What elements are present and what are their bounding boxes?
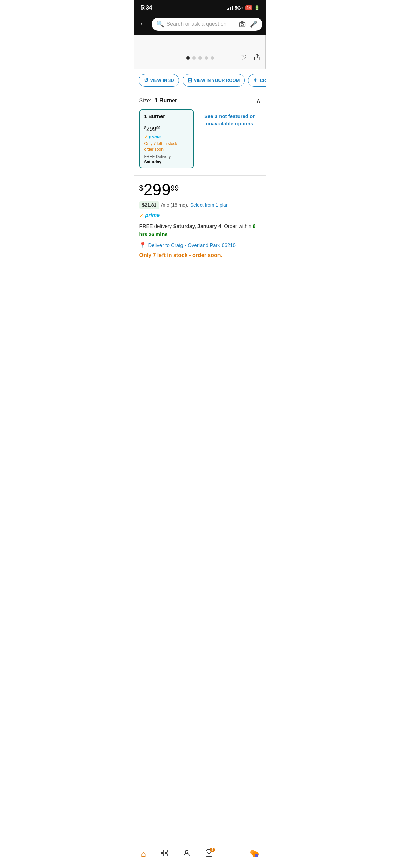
location-icon: 📍 <box>139 242 146 248</box>
view-in-room-button[interactable]: ⊞ VIEW IN YOUR ROOM <box>183 74 245 87</box>
size-card-delivery: FREE Delivery <box>144 154 189 159</box>
delivery-prefix: FREE delivery <box>139 223 173 229</box>
create-button[interactable]: ✦ CREAT <box>248 74 266 87</box>
main-price-cents: 99 <box>171 184 179 193</box>
signal-icon <box>227 5 233 10</box>
size-selected-value: 1 Burner <box>155 97 177 103</box>
stock-alert: Only 7 left in stock - order soon. <box>139 252 261 258</box>
dot-4[interactable] <box>205 56 208 60</box>
chevron-up-icon[interactable]: ∧ <box>256 96 261 105</box>
size-card-price: $29999 <box>144 126 189 133</box>
main-price-integer: 299 <box>144 182 171 198</box>
battery-icon: 🔋 <box>254 5 260 10</box>
size-card-delivery-day: Saturday <box>144 160 189 164</box>
ar-buttons-row: ↺ VIEW IN 3D ⊞ VIEW IN YOUR ROOM ✦ CREAT <box>134 70 266 91</box>
search-placeholder: Search or ask a question <box>167 21 236 27</box>
main-price-dollar: $ <box>139 184 144 193</box>
deliver-to-row[interactable]: 📍 Deliver to Craig - Overland Park 66210 <box>139 242 261 248</box>
back-button[interactable]: ← <box>138 20 148 29</box>
search-icon: 🔍 <box>156 20 164 28</box>
status-right-icons: 5G+ 14 🔋 <box>227 5 259 11</box>
view-3d-label: VIEW IN 3D <box>150 78 174 83</box>
price-cents: 99 <box>156 126 160 130</box>
search-bar-row: ← 🔍 Search or ask a question 🎤 <box>134 15 266 35</box>
scroll-indicator <box>265 35 266 69</box>
mic-icon: 🎤 <box>250 20 258 28</box>
image-dots <box>186 56 214 60</box>
prime-check-icon: ✓ <box>144 134 148 139</box>
dot-2[interactable] <box>192 56 196 60</box>
size-card-stock: Only 7 left in stock - order soon. <box>144 141 189 152</box>
main-prime-row: ✓ prime <box>139 212 261 219</box>
size-card-title: 1 Burner <box>140 110 193 122</box>
prime-label: prime <box>149 134 161 139</box>
battery-count: 14 <box>245 5 252 10</box>
delivery-date: Saturday, January 4 <box>173 223 221 229</box>
main-price-display: $ 299 99 <box>139 182 261 198</box>
deliver-to-text[interactable]: Deliver to Craig - Overland Park 66210 <box>148 242 236 248</box>
dot-1[interactable] <box>186 56 190 60</box>
dot-5[interactable] <box>211 56 214 60</box>
size-section: Size: 1 Burner ∧ 1 Burner $29999 ✓ prime… <box>134 91 266 175</box>
dot-3[interactable] <box>198 56 202 60</box>
status-time: 5:34 <box>141 4 152 11</box>
view-room-label: VIEW IN YOUR ROOM <box>194 78 240 83</box>
search-input-wrap[interactable]: 🔍 Search or ask a question 🎤 <box>152 18 262 31</box>
delivery-mid: . Order within <box>221 223 253 229</box>
main-prime-label: prime <box>145 212 160 218</box>
view-room-icon: ⊞ <box>188 77 192 84</box>
main-price-section: $ 299 99 $21.81 /mo (18 mo). Select from… <box>134 176 266 258</box>
size-header: Size: 1 Burner ∧ <box>139 96 261 105</box>
view-3d-button[interactable]: ↺ VIEW IN 3D <box>139 74 179 87</box>
camera-icon <box>239 20 246 28</box>
share-icon[interactable] <box>253 54 261 63</box>
price-main: 299 <box>146 126 156 132</box>
svg-point-1 <box>241 23 243 26</box>
monthly-plan-link[interactable]: Select from 1 plan <box>190 202 229 208</box>
product-image-area: ♡ <box>134 35 266 69</box>
delivery-info: FREE delivery Saturday, January 4. Order… <box>139 222 261 238</box>
prime-badge: ✓ prime <box>144 134 189 139</box>
status-bar: 5:34 5G+ 14 🔋 <box>134 0 266 15</box>
view-3d-icon: ↺ <box>144 77 148 84</box>
create-icon: ✦ <box>253 77 258 84</box>
network-label: 5G+ <box>235 5 243 11</box>
create-label: CREAT <box>260 78 266 83</box>
size-label: Size: <box>139 97 152 103</box>
monthly-badge: $21.81 <box>139 201 159 209</box>
main-prime-check-icon: ✓ <box>139 212 144 219</box>
size-label-group: Size: 1 Burner <box>139 97 177 104</box>
monthly-row: $21.81 /mo (18 mo). Select from 1 plan <box>139 201 261 209</box>
see-options[interactable]: See 3 not featured or unavailable option… <box>198 109 261 130</box>
action-icons: ♡ <box>240 54 261 63</box>
wishlist-icon[interactable]: ♡ <box>240 54 247 63</box>
size-card-body: $29999 ✓ prime Only 7 left in stock - or… <box>140 122 193 168</box>
size-card-1-burner[interactable]: 1 Burner $29999 ✓ prime Only 7 left in s… <box>139 109 194 168</box>
monthly-term: /mo (18 mo). <box>161 202 188 208</box>
size-options-row: 1 Burner $29999 ✓ prime Only 7 left in s… <box>139 109 261 175</box>
